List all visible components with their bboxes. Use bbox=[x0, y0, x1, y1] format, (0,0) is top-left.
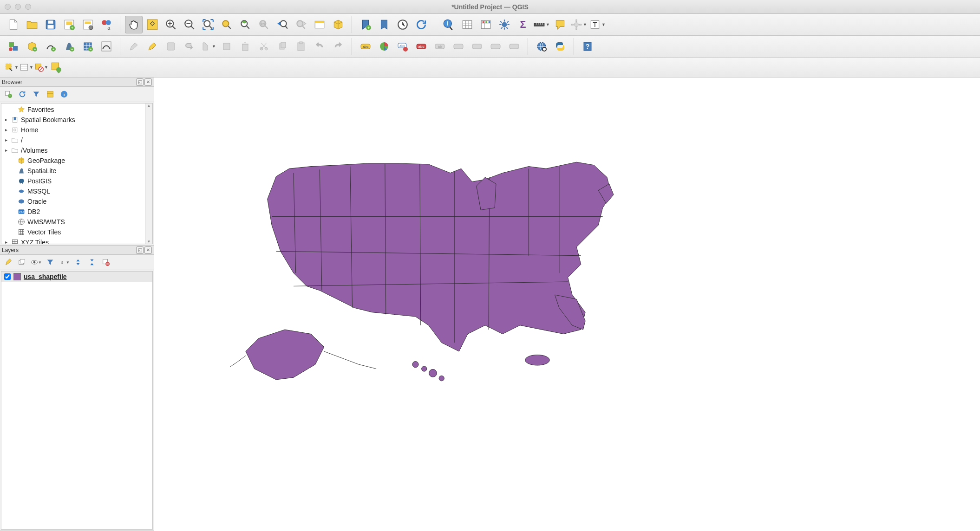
metasearch-button[interactable] bbox=[533, 38, 550, 55]
temporal-controller-button[interactable] bbox=[394, 16, 412, 33]
layers-add-group-button[interactable] bbox=[17, 257, 28, 268]
browser-float-button[interactable]: ◱ bbox=[136, 78, 144, 86]
pan-to-selection-button[interactable] bbox=[144, 16, 161, 33]
map-tips-button[interactable] bbox=[551, 16, 569, 33]
browser-filter-button[interactable] bbox=[31, 89, 42, 100]
browser-item[interactable]: ▸/ bbox=[1, 135, 152, 145]
style-manager-button[interactable]: a bbox=[98, 16, 115, 33]
new-3d-view-button[interactable] bbox=[329, 16, 347, 33]
layer-visibility-checkbox[interactable] bbox=[4, 273, 11, 280]
browser-item[interactable]: Vector Tiles bbox=[1, 227, 152, 237]
new-geopackage-button[interactable]: + bbox=[23, 38, 41, 55]
add-feature-button[interactable]: ▼ bbox=[199, 38, 217, 55]
label-hide-button[interactable] bbox=[505, 38, 523, 55]
layers-expand-button[interactable] bbox=[72, 257, 84, 268]
browser-item[interactable]: ▸XYZ Tiles bbox=[1, 237, 152, 244]
new-shapefile-button[interactable]: + bbox=[42, 38, 59, 55]
move-feature-button[interactable] bbox=[218, 38, 235, 55]
zoom-out-button[interactable] bbox=[181, 16, 198, 33]
zoom-to-layer-button[interactable] bbox=[236, 16, 254, 33]
data-source-manager-button[interactable] bbox=[5, 38, 22, 55]
layers-collapse-button[interactable] bbox=[86, 257, 98, 268]
new-scratch-layer-button[interactable]: + bbox=[79, 38, 97, 55]
new-spatialite-button[interactable]: + bbox=[60, 38, 78, 55]
label-move-button[interactable] bbox=[450, 38, 467, 55]
layers-close-button[interactable]: ✕ bbox=[144, 246, 152, 254]
identify-button[interactable]: i bbox=[440, 16, 457, 33]
layer-row[interactable]: usa_shapefile bbox=[1, 272, 152, 282]
browser-item[interactable]: DB2DB2 bbox=[1, 207, 152, 217]
zoom-full-button[interactable] bbox=[199, 16, 217, 33]
layers-style-button[interactable] bbox=[3, 257, 14, 268]
select-rectangle-button[interactable]: ▼ bbox=[5, 60, 19, 74]
label-rotate-button[interactable] bbox=[468, 38, 486, 55]
cut-button[interactable] bbox=[255, 38, 273, 55]
zoom-window-button[interactable] bbox=[25, 4, 31, 10]
select-location-button[interactable] bbox=[49, 60, 63, 74]
label-show-button[interactable]: ab bbox=[431, 38, 449, 55]
close-window-button[interactable] bbox=[5, 4, 11, 10]
layer-labeling-button[interactable]: abc bbox=[357, 38, 374, 55]
save-project-button[interactable] bbox=[42, 16, 59, 33]
layers-float-button[interactable]: ◱ bbox=[136, 246, 144, 254]
digitize-undo-button[interactable] bbox=[181, 38, 198, 55]
copy-button[interactable] bbox=[274, 38, 291, 55]
minimize-window-button[interactable] bbox=[15, 4, 21, 10]
select-by-form-button[interactable]: ▼ bbox=[20, 60, 33, 74]
label-highlight-button[interactable]: abc bbox=[394, 38, 412, 55]
browser-add-button[interactable]: + bbox=[3, 89, 14, 100]
browser-item[interactable]: PostGIS bbox=[1, 176, 152, 186]
save-edits-button[interactable] bbox=[162, 38, 180, 55]
new-virtual-layer-button[interactable] bbox=[98, 38, 115, 55]
layout-manager-button[interactable] bbox=[79, 16, 97, 33]
processing-toolbox-button[interactable] bbox=[496, 16, 513, 33]
browser-item[interactable]: GeoPackage bbox=[1, 155, 152, 166]
field-calculator-button[interactable] bbox=[477, 16, 495, 33]
label-pin-button[interactable]: abc bbox=[412, 38, 430, 55]
new-project-button[interactable] bbox=[5, 16, 22, 33]
python-console-button[interactable] bbox=[551, 38, 569, 55]
open-project-button[interactable] bbox=[23, 16, 41, 33]
browser-close-button[interactable]: ✕ bbox=[144, 78, 152, 86]
text-annotation-button[interactable]: T▼ bbox=[588, 16, 606, 33]
browser-item[interactable]: ▸Spatial Bookmarks bbox=[1, 115, 152, 125]
layers-visibility-button[interactable]: ▼ bbox=[31, 257, 42, 268]
browser-item[interactable]: ▸Home bbox=[1, 125, 152, 135]
browser-item[interactable]: SpatiaLite bbox=[1, 166, 152, 176]
zoom-next-button[interactable] bbox=[292, 16, 310, 33]
browser-item[interactable]: MSSQL bbox=[1, 186, 152, 196]
zoom-last-button[interactable] bbox=[274, 16, 291, 33]
new-print-layout-button[interactable]: + bbox=[60, 16, 78, 33]
label-change-button[interactable] bbox=[487, 38, 504, 55]
options-button[interactable]: ▼ bbox=[570, 16, 588, 33]
layer-diagram-button[interactable] bbox=[375, 38, 393, 55]
browser-item[interactable]: ▸/Volumes bbox=[1, 145, 152, 155]
browser-item[interactable]: Favorites bbox=[1, 104, 152, 115]
refresh-button[interactable] bbox=[412, 16, 430, 33]
redo-button[interactable] bbox=[329, 38, 347, 55]
browser-tree[interactable]: Favorites▸Spatial Bookmarks▸Home▸/▸/Volu… bbox=[1, 104, 152, 244]
show-bookmarks-button[interactable] bbox=[375, 16, 393, 33]
zoom-in-button[interactable] bbox=[162, 16, 180, 33]
delete-feature-button[interactable] bbox=[236, 38, 254, 55]
browser-item[interactable]: Oracle bbox=[1, 196, 152, 207]
help-button[interactable]: ? bbox=[579, 38, 596, 55]
attribute-table-button[interactable] bbox=[458, 16, 476, 33]
map-canvas[interactable] bbox=[154, 78, 980, 531]
browser-collapse-button[interactable] bbox=[45, 89, 56, 100]
new-map-view-button[interactable] bbox=[311, 16, 328, 33]
deselect-button[interactable]: ▼ bbox=[34, 60, 48, 74]
zoom-native-button[interactable]: 1:1 bbox=[255, 16, 273, 33]
new-bookmark-button[interactable]: + bbox=[357, 16, 374, 33]
browser-refresh-button[interactable] bbox=[17, 89, 28, 100]
zoom-to-selection-button[interactable] bbox=[218, 16, 235, 33]
browser-scrollbar[interactable] bbox=[145, 104, 152, 244]
statistics-button[interactable]: Σ bbox=[514, 16, 532, 33]
browser-properties-button[interactable]: i bbox=[59, 89, 70, 100]
measure-button[interactable]: ▼ bbox=[533, 16, 550, 33]
toggle-editing-button[interactable] bbox=[125, 38, 143, 55]
current-edits-button[interactable] bbox=[144, 38, 161, 55]
browser-item[interactable]: WMS/WMTS bbox=[1, 217, 152, 227]
paste-button[interactable] bbox=[292, 38, 310, 55]
layers-expression-button[interactable]: ε▼ bbox=[59, 257, 70, 268]
